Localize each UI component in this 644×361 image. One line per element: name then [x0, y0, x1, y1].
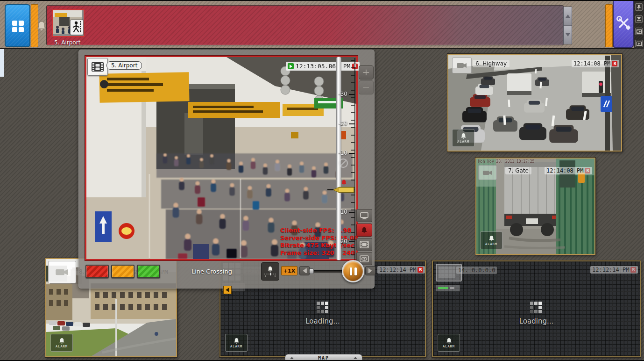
alerts-panel: 5. Airport [45, 3, 573, 47]
camera-glyph [456, 62, 467, 69]
alarm-false-button[interactable] [137, 265, 160, 278]
camera-timestamp: 12:12:14 PM R [377, 266, 425, 274]
timeline-position-marker[interactable] [333, 186, 355, 195]
timeline-tick-label: -20 [333, 120, 347, 127]
alarm-mode-button[interactable] [356, 224, 372, 237]
alarm-button-label: ALARM [485, 242, 497, 246]
no-archive-icon [338, 158, 348, 170]
dial-scale-icon [264, 273, 277, 277]
timeline-major-tick [349, 123, 354, 124]
timeline-tick-label: -30 [333, 91, 347, 97]
top-bar: 5. Airport [0, 1, 644, 49]
timeline-major-tick [349, 241, 354, 242]
layouts-menu-button[interactable] [5, 4, 30, 47]
camera-time-text: 12:12:14 PM [592, 267, 629, 273]
camera-tile-highway[interactable]: 6. Highway 12:14:08 PM R ALARM [447, 54, 622, 152]
timeline-minor-ticks [351, 60, 354, 260]
loading-text: Loading... [305, 317, 340, 325]
camera-tile-gate[interactable]: Mon Nov 28, 2011 10:17:25 7. Gate 12:14:… [475, 158, 595, 255]
in-camera-osd: Mon Nov 28, 2011 10:17:25 [478, 159, 534, 164]
record-badge: R [418, 267, 423, 273]
camera-label: 5. Airport [106, 61, 142, 70]
camera-tile-14[interactable]: 14. 0.0.0.0 12:12:14 PM R Loading... ALA… [432, 260, 641, 357]
camera-timestamp: 12:14:08 PM R [545, 167, 592, 174]
timeline-axis [354, 58, 355, 260]
step-forward-icon [368, 268, 373, 273]
bell-icon [58, 338, 65, 344]
bell-icon [460, 133, 467, 139]
stat-line: Client-side FPS: 4.98 [280, 227, 358, 234]
camera-timestamp: 12:12:14 PM R [590, 266, 638, 274]
step-backward-button[interactable] [299, 266, 310, 275]
alarm-button[interactable]: ALARM [480, 231, 502, 249]
speed-slider-handle[interactable] [309, 268, 314, 274]
record-badge: R [612, 61, 617, 66]
alarm-button[interactable]: ALARM [438, 334, 460, 352]
camera-time-text: 12:12:14 PM [379, 267, 416, 273]
alarm-button[interactable]: ALARM [452, 129, 474, 147]
eye-film-icon [360, 255, 369, 262]
alarm-accept-button[interactable] [85, 265, 109, 278]
archive-mode-button[interactable] [356, 238, 372, 251]
zoom-in-button[interactable]: + [359, 65, 374, 79]
scroll-down-button[interactable] [564, 25, 572, 44]
settings-button[interactable] [613, 1, 634, 48]
line-crossing-detector-icon [70, 20, 84, 35]
film-glyph [91, 62, 104, 72]
detector-event-label: Line Crossing [191, 268, 232, 275]
live-view-button[interactable] [356, 209, 372, 222]
collapse-panel-button[interactable] [635, 15, 643, 23]
event-corner-marker-icon[interactable] [223, 286, 232, 294]
zoom-out-button[interactable]: − [359, 80, 374, 94]
map-panel-label: MAP [318, 355, 329, 361]
alarm-button-label: ALARM [230, 345, 242, 348]
pin-panel-button[interactable] [635, 3, 643, 11]
timeline-major-tick [349, 212, 354, 213]
camera-label: 7. Gate [505, 167, 531, 174]
film-frame-icon [360, 241, 369, 248]
step-back-icon [302, 268, 307, 273]
alarm-event-jump-button[interactable] [261, 262, 279, 281]
loading-spinner-icon [530, 302, 543, 314]
record-badge: R [630, 267, 636, 273]
bell-icon [233, 338, 240, 344]
alarm-marker-icon[interactable] [340, 179, 347, 186]
stat-line: Frame size: 320 x 240 [280, 249, 358, 257]
bell-icon [267, 266, 274, 272]
panel-play-icon [637, 42, 642, 46]
bell-icon [488, 235, 495, 242]
alarm-button[interactable]: ALARM [50, 334, 73, 352]
timeline-major-tick [349, 94, 354, 95]
alarm-suspicious-button[interactable] [111, 265, 134, 278]
monitor-icon [360, 212, 368, 219]
camera-time-text: 12:14:08 PM [546, 167, 583, 174]
scroll-up-button[interactable] [564, 7, 572, 25]
speed-slider-track[interactable] [309, 270, 346, 273]
tools-icon [616, 15, 631, 31]
bell-icon [361, 227, 368, 234]
camera-icon [478, 165, 497, 180]
collapse-icon [637, 17, 641, 22]
show-archive-panel-button[interactable] [635, 40, 643, 47]
camera-label-pill: 14. 0.0.0.0 [456, 267, 497, 274]
show-events-panel-button[interactable] [635, 28, 643, 35]
expand-arrow-icon [354, 357, 357, 359]
step-forward-button[interactable] [365, 266, 375, 275]
alarm-event-item[interactable]: 5. Airport [46, 5, 564, 45]
bell-icon [446, 338, 453, 344]
loading-indicator: Loading... [433, 302, 640, 325]
archive-icon[interactable] [87, 58, 108, 76]
camera-time-text: 12:14:08 PM [573, 60, 610, 67]
pause-button[interactable] [342, 260, 364, 282]
camera-label: 6. Highway [473, 60, 510, 67]
panel-controls-strip [634, 1, 644, 49]
map-panel-handle[interactable]: MAP [285, 354, 362, 361]
playing-icon [288, 63, 294, 69]
device-ghost-icon [436, 285, 460, 291]
alerts-scrollbar[interactable] [563, 7, 572, 44]
alarm-button[interactable]: ALARM [225, 334, 248, 352]
camera-icon [452, 58, 472, 73]
playback-speed-badge: +1X [281, 266, 297, 275]
pin-icon [637, 5, 641, 10]
alarm-event-label: 5. Airport [54, 39, 80, 46]
